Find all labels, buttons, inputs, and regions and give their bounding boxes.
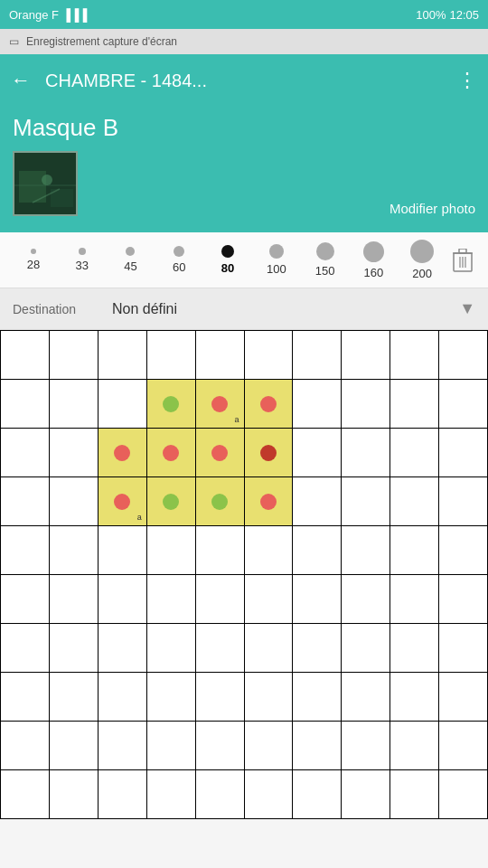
grid-cell[interactable]: [49, 429, 98, 477]
grid-cell[interactable]: [1, 624, 50, 673]
grid-cell[interactable]: [390, 722, 439, 770]
grid-cell[interactable]: [439, 624, 488, 673]
grid-cell[interactable]: [49, 526, 98, 575]
photo-thumbnail[interactable]: [13, 151, 78, 216]
grid-cell[interactable]: [439, 722, 488, 770]
dot-item-80[interactable]: 80: [203, 245, 252, 275]
grid-cell[interactable]: [146, 770, 195, 819]
grid-cell[interactable]: [146, 429, 195, 477]
grid-cell[interactable]: [49, 380, 98, 429]
grid-cell[interactable]: [342, 575, 390, 624]
grid-cell[interactable]: [1, 575, 50, 624]
grid-cell[interactable]: [244, 429, 293, 477]
grid-cell[interactable]: [244, 380, 293, 429]
grid-cell[interactable]: [98, 331, 146, 380]
grid-cell[interactable]: [244, 477, 293, 526]
grid-cell[interactable]: [293, 673, 342, 722]
grid-cell[interactable]: [1, 526, 50, 575]
grid-cell[interactable]: [49, 331, 98, 380]
grid-cell[interactable]: [195, 770, 244, 819]
grid-cell[interactable]: [195, 673, 244, 722]
grid-cell[interactable]: [342, 673, 390, 722]
grid-cell[interactable]: [293, 624, 342, 673]
grid-cell[interactable]: [293, 722, 342, 770]
grid-cell[interactable]: [98, 673, 146, 722]
grid-cell[interactable]: [293, 526, 342, 575]
grid-cell[interactable]: [146, 722, 195, 770]
grid-cell[interactable]: [390, 429, 439, 477]
grid-cell[interactable]: [195, 477, 244, 526]
grid-cell[interactable]: [98, 624, 146, 673]
grid-cell[interactable]: [439, 575, 488, 624]
grid-cell[interactable]: [439, 770, 488, 819]
grid-cell[interactable]: [244, 624, 293, 673]
overflow-menu-button[interactable]: ⋮: [457, 69, 477, 92]
dot-item-150[interactable]: 150: [301, 242, 350, 278]
grid-cell[interactable]: [244, 526, 293, 575]
grid-cell[interactable]: [244, 331, 293, 380]
dot-item-60[interactable]: 60: [155, 246, 203, 274]
grid-cell[interactable]: [1, 380, 50, 429]
dot-item-100[interactable]: 100: [252, 244, 301, 276]
grid-cell[interactable]: [244, 770, 293, 819]
grid-cell[interactable]: [49, 477, 98, 526]
grid-cell[interactable]: [1, 477, 50, 526]
grid-cell[interactable]: [390, 526, 439, 575]
delete-size-button[interactable]: [446, 249, 479, 272]
grid-cell[interactable]: [342, 429, 390, 477]
grid-cell[interactable]: [342, 770, 390, 819]
grid-cell[interactable]: [1, 331, 50, 380]
grid-cell[interactable]: [146, 380, 195, 429]
grid-cell[interactable]: [195, 331, 244, 380]
grid-cell[interactable]: [195, 526, 244, 575]
grid-cell[interactable]: [244, 673, 293, 722]
grid-cell[interactable]: [49, 673, 98, 722]
grid-cell[interactable]: [439, 673, 488, 722]
grid-cell[interactable]: a: [195, 380, 244, 429]
dot-item-33[interactable]: 33: [58, 248, 107, 272]
grid-cell[interactable]: [49, 575, 98, 624]
grid-cell[interactable]: [98, 526, 146, 575]
grid-cell[interactable]: [293, 429, 342, 477]
grid-cell[interactable]: [439, 331, 488, 380]
grid-cell[interactable]: [293, 575, 342, 624]
grid-cell[interactable]: [390, 575, 439, 624]
grid-cell[interactable]: [1, 722, 50, 770]
grid-cell[interactable]: [146, 331, 195, 380]
grid-cell[interactable]: [49, 722, 98, 770]
grid-cell[interactable]: [98, 429, 146, 477]
grid-cell[interactable]: [98, 380, 146, 429]
grid-cell[interactable]: [98, 770, 146, 819]
grid-cell[interactable]: [1, 770, 50, 819]
grid-cell[interactable]: [439, 477, 488, 526]
dot-item-200[interactable]: 200: [398, 240, 446, 280]
grid-cell[interactable]: [293, 380, 342, 429]
grid-cell[interactable]: [390, 770, 439, 819]
grid-cell[interactable]: [146, 477, 195, 526]
grid-cell[interactable]: [293, 770, 342, 819]
grid-cell[interactable]: [195, 429, 244, 477]
grid-cell[interactable]: [98, 575, 146, 624]
grid-cell[interactable]: [342, 477, 390, 526]
grid-cell[interactable]: [195, 722, 244, 770]
grid-cell[interactable]: a: [98, 477, 146, 526]
grid-cell[interactable]: [244, 575, 293, 624]
destination-dropdown[interactable]: Non défini ▼: [112, 299, 475, 318]
grid-cell[interactable]: [439, 429, 488, 477]
grid-cell[interactable]: [342, 722, 390, 770]
grid-cell[interactable]: [439, 526, 488, 575]
grid-cell[interactable]: [195, 624, 244, 673]
grid-cell[interactable]: [342, 331, 390, 380]
grid-cell[interactable]: [244, 722, 293, 770]
grid-cell[interactable]: [98, 722, 146, 770]
grid-cell[interactable]: [1, 429, 50, 477]
grid-cell[interactable]: [439, 380, 488, 429]
dot-item-160[interactable]: 160: [349, 241, 398, 279]
grid-cell[interactable]: [342, 526, 390, 575]
grid-cell[interactable]: [390, 380, 439, 429]
grid-cell[interactable]: [390, 624, 439, 673]
dot-item-45[interactable]: 45: [107, 247, 155, 273]
grid-cell[interactable]: [146, 575, 195, 624]
grid-cell[interactable]: [1, 673, 50, 722]
grid-cell[interactable]: [195, 575, 244, 624]
